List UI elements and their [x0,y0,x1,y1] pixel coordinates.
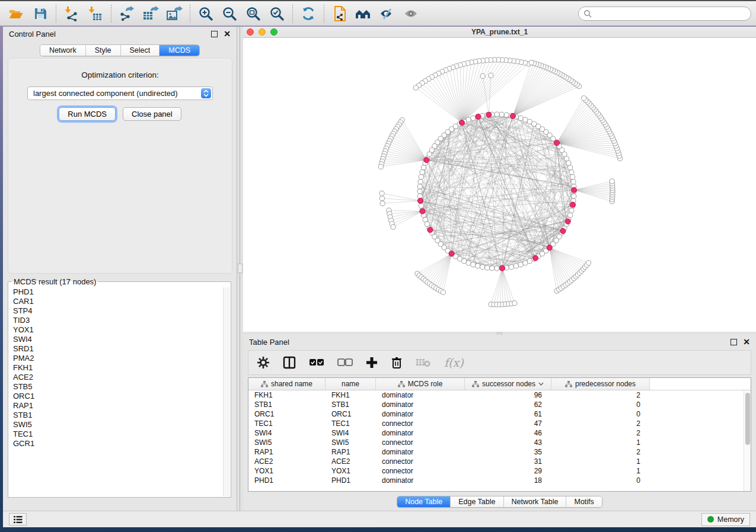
network-node[interactable] [568,165,573,170]
network-node[interactable] [518,262,523,267]
zoom-selected-button[interactable] [265,4,289,24]
network-hub-node[interactable] [459,120,464,126]
network-node[interactable] [421,165,426,170]
network-hub-node[interactable] [571,187,576,193]
network-node[interactable] [419,203,423,208]
table-options-button[interactable] [257,356,270,369]
network-node[interactable] [509,265,513,270]
table-row[interactable]: STB1STB1dominator620 [248,400,751,409]
table-row[interactable]: PHD1PHD1dominator180 [248,476,751,485]
table-tab-edge-table[interactable]: Edge Table [451,496,503,507]
network-node[interactable] [466,117,471,122]
table-row[interactable]: ORC1ORC1dominator610 [248,409,751,419]
tab-mcds[interactable]: MCDS [160,45,199,56]
network-node[interactable] [489,73,493,78]
mcds-result-list[interactable]: PHD1CAR1STP4TID3YOX1SWI4SRD1PMA2FKH1ACE2… [9,287,223,496]
mcds-result-item[interactable]: SWI4 [9,335,223,344]
tab-network[interactable]: Network [40,45,86,56]
zoom-out-button[interactable] [218,4,241,24]
network-node[interactable] [441,290,445,294]
mcds-result-item[interactable]: PMA2 [9,354,223,363]
network-node[interactable] [391,225,395,229]
share-document-button[interactable] [328,4,352,24]
network-node[interactable] [569,170,574,175]
table-row[interactable]: ACE2ACE2connector311 [248,457,751,466]
network-node[interactable] [413,85,418,90]
network-hub-node[interactable] [449,251,454,257]
network-node[interactable] [495,112,499,117]
task-history-button[interactable] [9,513,27,525]
column-header-MCDS-role[interactable]: MCDS role [376,378,465,390]
table-row[interactable]: SWI5SWI5connector431 [248,438,751,447]
search-input[interactable] [592,9,746,18]
network-node[interactable] [417,189,422,194]
table-tab-node-table[interactable]: Node Table [397,496,451,507]
network-hub-node[interactable] [565,219,570,224]
network-hub-node[interactable] [417,198,423,203]
network-hub-node[interactable] [428,227,433,233]
mcds-result-item[interactable]: PHD1 [9,287,223,297]
zoom-fit-button[interactable] [241,4,265,24]
export-network-button[interactable] [115,4,139,24]
function-builder-button[interactable]: f(x) [444,356,464,369]
network-node[interactable] [523,117,528,122]
import-table-button[interactable] [84,4,107,24]
deselect-all-button[interactable] [337,358,353,367]
mcds-list-scrollbar[interactable] [223,287,230,496]
close-icon[interactable]: ✕ [224,30,231,38]
network-node[interactable] [527,119,532,124]
network-hub-node[interactable] [547,245,552,251]
network-node[interactable] [480,265,485,270]
show-view-button[interactable] [399,4,423,24]
mcds-result-item[interactable]: GCR1 [9,439,223,448]
table-row[interactable]: FKH1FKH1dominator962 [248,390,751,400]
network-node[interactable] [582,96,586,101]
network-node[interactable] [476,264,480,268]
network-hub-node[interactable] [554,140,560,146]
network-hub-node[interactable] [476,114,481,119]
network-node[interactable] [610,179,614,184]
mcds-result-item[interactable]: RAP1 [9,401,223,411]
network-hub-node[interactable] [533,255,538,261]
network-node[interactable] [418,180,423,184]
network-graph[interactable] [243,38,756,331]
column-header-name[interactable]: name [326,378,376,390]
network-node[interactable] [495,266,499,271]
network-node[interactable] [379,191,384,196]
network-node[interactable] [379,196,384,201]
open-session-button[interactable] [5,4,28,24]
export-table-button[interactable] [139,4,162,24]
network-node[interactable] [518,116,523,120]
table-row[interactable]: SWI4SWI4dominator462 [248,428,751,438]
network-node[interactable] [466,261,471,265]
float-window-icon[interactable] [731,339,737,345]
network-node[interactable] [523,261,528,265]
network-node[interactable] [572,194,576,198]
table-row[interactable]: TEC1TEC1connector472 [248,419,751,428]
network-node[interactable] [480,73,485,78]
network-node[interactable] [420,170,425,175]
export-image-button[interactable] [162,4,186,24]
mcds-result-item[interactable]: FKH1 [9,363,223,373]
mcds-result-item[interactable]: SRD1 [9,344,223,354]
network-node[interactable] [419,175,423,180]
mcds-result-item[interactable]: TEC1 [9,430,223,439]
network-hub-node[interactable] [500,265,505,271]
zoom-in-button[interactable] [194,4,218,24]
network-node[interactable] [471,262,476,267]
column-header-shared-name[interactable]: shared name [248,378,326,390]
table-tab-network-table[interactable]: Network Table [504,496,567,507]
mcds-result-item[interactable]: STB1 [9,411,223,420]
network-node[interactable] [568,213,573,217]
network-canvas[interactable] [243,38,756,331]
network-node[interactable] [378,164,383,169]
show-columns-button[interactable] [283,356,296,369]
network-hub-node[interactable] [570,202,576,207]
network-node[interactable] [566,161,571,165]
import-network-button[interactable] [60,4,84,24]
mcds-result-item[interactable]: STB5 [9,382,223,392]
table-scrollbar[interactable] [744,390,751,491]
column-header-successor-nodes[interactable]: successor nodes [465,378,551,390]
network-hub-node[interactable] [420,209,425,214]
network-hub-node[interactable] [560,228,566,233]
